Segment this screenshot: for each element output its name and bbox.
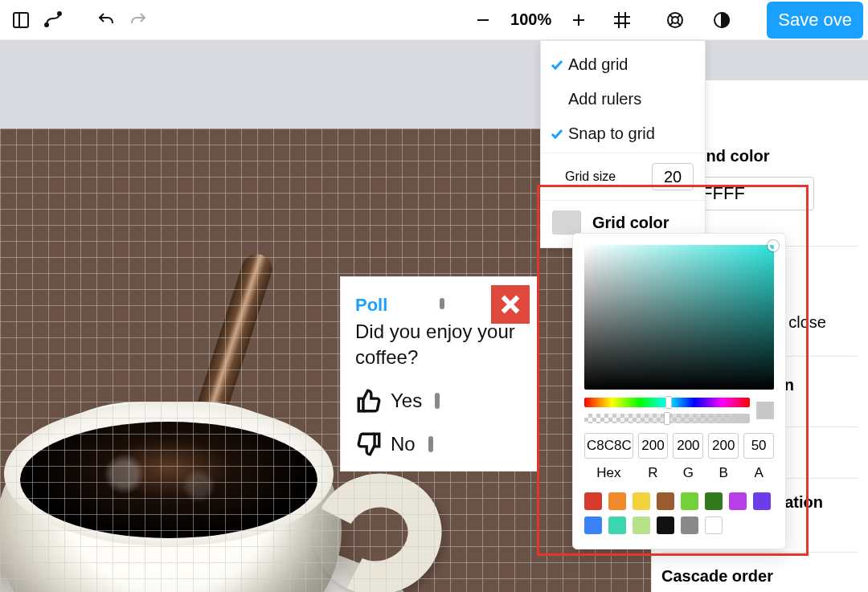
zoom-level: 100% bbox=[510, 10, 551, 29]
menu-label: Snap to grid bbox=[568, 125, 655, 143]
grid-size-label: Grid size bbox=[565, 169, 616, 184]
g-label: G bbox=[683, 465, 694, 481]
preset-colors bbox=[584, 492, 774, 534]
grid-size-row: Grid size bbox=[541, 155, 705, 198]
svg-line-16 bbox=[678, 22, 681, 26]
poll-yes-label: Yes bbox=[391, 390, 422, 412]
grid-color-label: Grid color bbox=[592, 214, 669, 232]
toolbar: 100% Save ove bbox=[0, 0, 868, 40]
svg-point-12 bbox=[672, 17, 678, 23]
redo-icon[interactable] bbox=[122, 4, 154, 36]
color-cursor[interactable] bbox=[768, 240, 779, 251]
menu-item-add-grid[interactable]: Add grid bbox=[541, 47, 705, 82]
preset-swatch[interactable] bbox=[584, 492, 602, 510]
preset-swatch[interactable] bbox=[633, 516, 650, 534]
a-label: A bbox=[754, 465, 763, 481]
svg-line-14 bbox=[678, 14, 681, 18]
menu-item-add-rulers[interactable]: Add rulers bbox=[541, 82, 705, 116]
preset-swatch[interactable] bbox=[681, 492, 698, 510]
color-field[interactable] bbox=[584, 245, 774, 390]
a-input[interactable] bbox=[743, 433, 774, 459]
poll-close-button[interactable] bbox=[491, 285, 530, 324]
svg-rect-0 bbox=[14, 13, 28, 27]
svg-point-2 bbox=[45, 23, 48, 27]
check-icon bbox=[551, 128, 563, 141]
current-color-swatch bbox=[756, 402, 774, 419]
preset-swatch[interactable] bbox=[584, 516, 602, 534]
b-input[interactable] bbox=[708, 433, 739, 459]
alpha-slider[interactable] bbox=[584, 414, 750, 423]
hue-slider[interactable] bbox=[584, 398, 750, 407]
save-button[interactable]: Save ove bbox=[767, 2, 863, 39]
grid-toggle-icon[interactable] bbox=[606, 4, 638, 36]
handle-icon bbox=[440, 298, 444, 309]
b-label: B bbox=[719, 465, 728, 481]
poll-no-label: No bbox=[391, 433, 416, 455]
undo-icon[interactable] bbox=[90, 4, 122, 36]
handle-icon bbox=[435, 393, 440, 409]
slider-thumb[interactable] bbox=[665, 396, 672, 409]
preset-swatch[interactable] bbox=[657, 516, 674, 534]
hex-input[interactable] bbox=[584, 433, 633, 459]
thumbs-up-icon bbox=[355, 387, 383, 414]
g-input[interactable] bbox=[673, 433, 703, 459]
curve-icon[interactable] bbox=[37, 4, 69, 36]
handle-icon bbox=[428, 436, 433, 452]
help-icon[interactable] bbox=[659, 4, 691, 36]
toolbar-right: Save ove bbox=[659, 2, 863, 39]
preset-swatch[interactable] bbox=[681, 516, 698, 534]
zoom-controls: 100% bbox=[467, 4, 638, 36]
menu-label: Add grid bbox=[568, 55, 628, 74]
preset-swatch[interactable] bbox=[705, 492, 723, 510]
zoom-in-icon[interactable] bbox=[563, 4, 595, 36]
cascade-order-label: Cascade order bbox=[661, 567, 858, 586]
poll-question: Did you enjoy your coffee? bbox=[355, 319, 525, 371]
svg-line-15 bbox=[669, 22, 673, 26]
color-picker: Hex R G B A bbox=[572, 233, 786, 549]
check-icon bbox=[551, 59, 563, 71]
r-label: R bbox=[648, 465, 657, 481]
preset-swatch[interactable] bbox=[608, 492, 626, 510]
contrast-icon[interactable] bbox=[706, 4, 738, 36]
grid-menu: Add grid Add rulers Snap to grid Grid si… bbox=[540, 40, 706, 248]
preset-swatch[interactable] bbox=[705, 516, 723, 534]
poll-option-yes[interactable]: Yes bbox=[355, 387, 525, 414]
svg-point-3 bbox=[58, 12, 61, 15]
panel-left-icon[interactable] bbox=[5, 4, 37, 36]
preset-swatch[interactable] bbox=[633, 492, 650, 510]
preset-swatch[interactable] bbox=[608, 516, 626, 534]
grid-size-input[interactable] bbox=[652, 163, 694, 190]
poll-card[interactable]: Poll Did you enjoy your coffee? Yes No bbox=[341, 277, 538, 471]
preset-swatch[interactable] bbox=[657, 492, 674, 510]
menu-label: Add rulers bbox=[568, 90, 641, 108]
poll-option-no[interactable]: No bbox=[355, 431, 525, 458]
hex-label: Hex bbox=[596, 465, 620, 481]
slider-thumb[interactable] bbox=[664, 412, 670, 425]
preset-swatch[interactable] bbox=[753, 492, 771, 510]
r-input[interactable] bbox=[638, 433, 669, 459]
svg-line-13 bbox=[669, 14, 673, 18]
menu-item-snap-to-grid[interactable]: Snap to grid bbox=[541, 116, 705, 151]
thumbs-down-icon bbox=[355, 431, 383, 458]
zoom-out-icon[interactable] bbox=[467, 4, 499, 36]
preset-swatch[interactable] bbox=[729, 492, 747, 510]
poll-title: Poll bbox=[355, 295, 387, 315]
grid-color-swatch[interactable] bbox=[552, 210, 581, 235]
